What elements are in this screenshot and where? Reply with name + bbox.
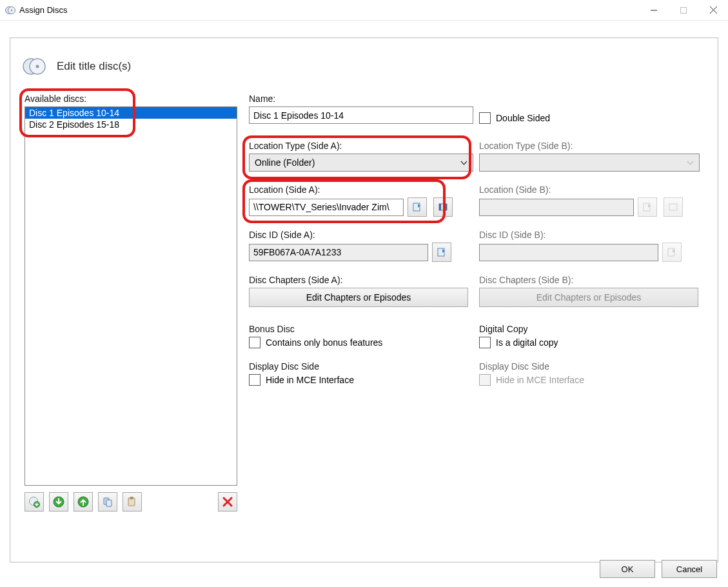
- app-icon: [5, 5, 15, 15]
- read-disc-id-a-button[interactable]: [432, 243, 451, 262]
- location-type-a-dropdown[interactable]: Online (Folder): [249, 154, 473, 172]
- close-button[interactable]: [698, 0, 728, 21]
- svg-rect-26: [644, 203, 650, 211]
- content-frame: Edit title disc(s) Available discs: Disc…: [10, 37, 718, 562]
- name-label: Name:: [249, 94, 473, 104]
- svg-point-2: [11, 9, 12, 10]
- svg-rect-22: [413, 203, 420, 211]
- location-type-a-label: Location Type (Side A):: [249, 141, 473, 151]
- disc-id-b-input: [479, 244, 658, 261]
- svg-point-9: [36, 65, 39, 68]
- chevron-down-icon: [460, 161, 467, 165]
- discs-icon: [22, 54, 48, 79]
- display-side-a-label: Display Disc Side: [249, 361, 473, 372]
- disc-id-a-label: Disc ID (Side A):: [249, 230, 473, 240]
- window-title: Assign Discs: [19, 5, 67, 15]
- disc-id-a-input: [249, 244, 428, 261]
- svg-rect-19: [130, 497, 133, 499]
- play-location-b-button: [664, 197, 683, 217]
- bonus-disc-label: Bonus Disc: [249, 324, 473, 334]
- disc-id-b-label: Disc ID (Side B):: [479, 230, 700, 240]
- hide-mce-a-checkbox[interactable]: [249, 374, 261, 386]
- svg-rect-27: [669, 204, 677, 210]
- dropdown-value: Online (Folder): [255, 157, 315, 168]
- digital-copy-text: Is a digital copy: [496, 337, 558, 348]
- cancel-button[interactable]: Cancel: [662, 560, 717, 578]
- svg-rect-28: [438, 248, 444, 256]
- svg-rect-24: [439, 204, 441, 210]
- digital-copy-checkbox[interactable]: [479, 337, 491, 348]
- disc-chapters-b-label: Disc Chapters (Side B):: [479, 275, 700, 285]
- add-disc-button[interactable]: [25, 492, 44, 512]
- digital-copy-label: Digital Copy: [479, 324, 700, 334]
- display-side-b-label: Display Disc Side: [479, 361, 700, 372]
- edit-chapters-b-button: Edit Chapters or Episodes: [479, 288, 698, 307]
- titlebar: Assign Discs: [0, 0, 728, 21]
- name-input[interactable]: [249, 106, 473, 124]
- paste-button[interactable]: [123, 492, 142, 512]
- available-discs-list[interactable]: Disc 1 Episodes 10-14 Disc 2 Episodes 15…: [25, 106, 237, 486]
- location-a-input[interactable]: [249, 199, 404, 216]
- location-a-label: Location (Side A):: [249, 184, 473, 195]
- location-b-label: Location (Side B):: [479, 184, 700, 195]
- maximize-button: [669, 0, 698, 21]
- read-disc-id-b-button: [662, 243, 682, 262]
- location-type-b-label: Location Type (Side B):: [479, 141, 700, 151]
- double-sided-checkbox[interactable]: [479, 112, 491, 124]
- disc-chapters-a-label: Disc Chapters (Side A):: [249, 275, 473, 285]
- available-discs-label: Available discs:: [25, 94, 237, 104]
- svg-rect-29: [668, 248, 674, 256]
- page-title: Edit title disc(s): [57, 60, 131, 73]
- svg-rect-4: [681, 7, 687, 13]
- ok-button[interactable]: OK: [600, 560, 655, 578]
- browse-location-b-button: [638, 197, 657, 217]
- list-item[interactable]: Disc 1 Episodes 10-14: [25, 107, 237, 119]
- hide-mce-b-label: Hide in MCE Interface: [496, 375, 584, 385]
- chevron-down-icon: [687, 161, 694, 165]
- location-type-b-dropdown: [479, 154, 700, 172]
- hide-mce-a-label: Hide in MCE Interface: [266, 375, 354, 385]
- list-item[interactable]: Disc 2 Episodes 15-18: [25, 119, 237, 130]
- copy-button[interactable]: [98, 492, 117, 512]
- svg-rect-25: [445, 204, 447, 210]
- svg-rect-17: [106, 500, 112, 506]
- play-location-a-button[interactable]: [433, 197, 453, 217]
- edit-chapters-a-button[interactable]: Edit Chapters or Episodes: [249, 288, 468, 307]
- delete-button[interactable]: [218, 492, 237, 512]
- location-b-input: [479, 199, 634, 216]
- move-up-button[interactable]: [74, 492, 93, 512]
- move-down-button[interactable]: [49, 492, 68, 512]
- double-sided-label: Double Sided: [496, 113, 550, 123]
- bonus-only-label: Contains only bonus features: [266, 337, 382, 348]
- bonus-only-checkbox[interactable]: [249, 337, 261, 348]
- browse-location-a-button[interactable]: [408, 197, 427, 217]
- minimize-button[interactable]: [639, 0, 669, 21]
- hide-mce-b-checkbox: [479, 374, 491, 386]
